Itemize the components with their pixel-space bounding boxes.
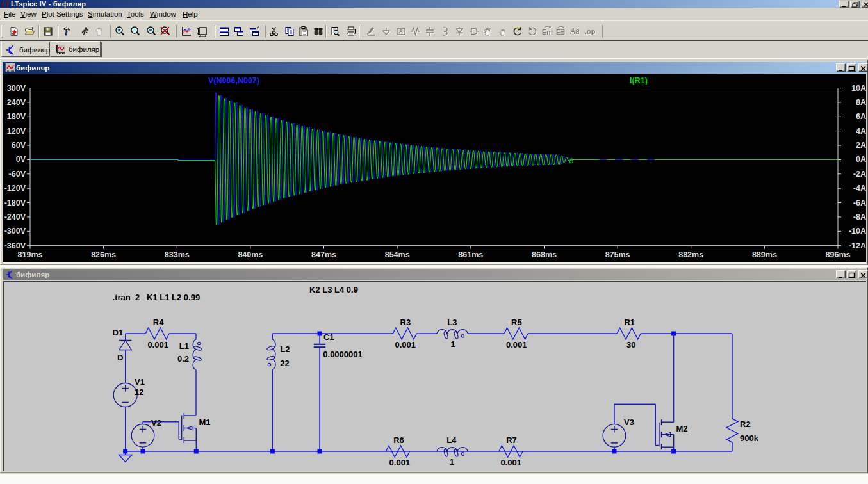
svg-text:826ms: 826ms <box>91 250 116 259</box>
svg-text:861ms: 861ms <box>458 250 483 259</box>
svg-text:120V: 120V <box>7 127 26 136</box>
svg-text:-10A: -10A <box>849 227 866 236</box>
svg-text:R1: R1 <box>624 318 635 327</box>
svg-text:-120V: -120V <box>4 184 26 193</box>
svg-text:1: 1 <box>451 339 455 349</box>
svg-text:0.001: 0.001 <box>506 340 527 350</box>
svg-text:C1: C1 <box>323 332 334 342</box>
svg-text:V1: V1 <box>135 377 145 387</box>
svg-text:0.0000001: 0.0000001 <box>323 350 362 359</box>
svg-text:∃: ∃ <box>561 28 565 36</box>
svg-text:.op: .op <box>585 28 596 35</box>
svg-text:L3: L3 <box>447 318 457 327</box>
svg-text:L1: L1 <box>179 341 189 351</box>
svg-text:M1: M1 <box>199 417 211 427</box>
svg-text:R2: R2 <box>740 419 751 429</box>
svg-text:0.001: 0.001 <box>389 458 411 467</box>
svg-text:60V: 60V <box>12 141 26 150</box>
svg-text:0.001: 0.001 <box>500 458 521 467</box>
svg-text:300V: 300V <box>7 84 26 93</box>
svg-text:6A: 6A <box>856 112 866 121</box>
svg-text:L2: L2 <box>280 344 290 354</box>
svg-text:-300V: -300V <box>4 227 26 236</box>
svg-text:30: 30 <box>626 340 635 350</box>
svg-text:1: 1 <box>450 457 454 467</box>
svg-text:847ms: 847ms <box>311 250 336 259</box>
svg-text:-4A: -4A <box>853 184 866 193</box>
svg-text:833ms: 833ms <box>165 250 190 259</box>
svg-text:0.001: 0.001 <box>147 340 168 350</box>
svg-text:8A: 8A <box>856 98 866 107</box>
svg-text:Aa: Aa <box>570 27 580 36</box>
svg-text:-360V: -360V <box>4 241 26 250</box>
svg-text:Em: Em <box>542 28 553 36</box>
svg-text:R6: R6 <box>393 435 404 445</box>
svg-text:889ms: 889ms <box>752 250 777 259</box>
svg-text:840ms: 840ms <box>238 250 263 259</box>
svg-text:-60V: -60V <box>9 170 26 179</box>
svg-text:I(R1): I(R1) <box>630 76 648 85</box>
svg-text:D1: D1 <box>113 328 124 337</box>
svg-text:-6A: -6A <box>853 198 866 207</box>
svg-text:900k: 900k <box>740 433 759 443</box>
svg-text:882ms: 882ms <box>678 250 703 259</box>
svg-text:L4: L4 <box>446 435 457 445</box>
svg-text:12: 12 <box>135 387 143 397</box>
svg-text:M2: M2 <box>676 424 688 433</box>
svg-text:875ms: 875ms <box>605 250 630 259</box>
svg-text:V3: V3 <box>624 417 634 427</box>
svg-text:0V: 0V <box>16 155 26 164</box>
svg-text:2A: 2A <box>856 141 866 150</box>
svg-text:10A: 10A <box>851 84 866 93</box>
svg-text:0.2: 0.2 <box>177 354 189 364</box>
svg-text:.tran 2 K1 L1 L2 0.99: .tran 2 K1 L1 L2 0.99 <box>113 293 201 302</box>
svg-text:R4: R4 <box>153 318 164 327</box>
svg-text:R5: R5 <box>511 318 522 327</box>
svg-text:-180V: -180V <box>4 198 26 207</box>
svg-text:0A: 0A <box>856 155 866 164</box>
svg-text:-12A: -12A <box>849 241 866 250</box>
svg-text:V(N006,N007): V(N006,N007) <box>208 76 259 85</box>
svg-text:0.001: 0.001 <box>395 340 416 350</box>
svg-text:R3: R3 <box>400 318 411 327</box>
svg-text:854ms: 854ms <box>385 250 410 259</box>
svg-text:LT: LT <box>1 0 10 8</box>
svg-text:-240V: -240V <box>4 213 26 222</box>
svg-text:-8A: -8A <box>853 213 866 222</box>
svg-text:K2 L3 L4 0.9: K2 L3 L4 0.9 <box>309 285 358 294</box>
svg-text:A: A <box>399 28 404 35</box>
svg-text:819ms: 819ms <box>18 250 43 259</box>
svg-text:240V: 240V <box>7 98 26 107</box>
svg-text:-2A: -2A <box>853 170 866 179</box>
svg-text:180V: 180V <box>7 112 26 121</box>
svg-text:R7: R7 <box>506 435 517 445</box>
svg-text:22: 22 <box>280 359 289 368</box>
svg-text:868ms: 868ms <box>532 250 557 259</box>
svg-text:V2: V2 <box>151 418 161 428</box>
svg-text:896ms: 896ms <box>826 250 851 259</box>
svg-text:4A: 4A <box>856 127 866 136</box>
svg-text:D: D <box>117 353 123 362</box>
